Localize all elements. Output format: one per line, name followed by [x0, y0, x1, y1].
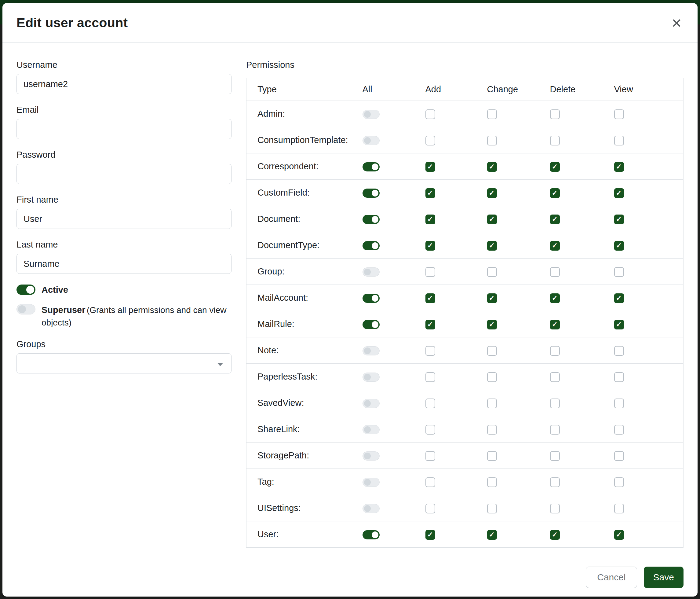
delete-checkbox[interactable]: ✓ [550, 530, 560, 540]
delete-checkbox[interactable] [550, 451, 560, 461]
active-toggle[interactable] [17, 285, 35, 295]
all-toggle[interactable] [362, 110, 380, 119]
add-checkbox[interactable] [425, 504, 435, 513]
change-checkbox[interactable] [487, 136, 497, 145]
add-checkbox[interactable] [425, 136, 435, 145]
view-checkbox[interactable] [614, 136, 624, 145]
view-checkbox[interactable]: ✓ [614, 215, 624, 224]
view-checkbox[interactable]: ✓ [614, 530, 624, 540]
all-toggle[interactable] [362, 189, 380, 198]
all-toggle[interactable] [362, 320, 380, 329]
add-checkbox[interactable]: ✓ [425, 241, 435, 250]
view-checkbox[interactable] [614, 399, 624, 408]
add-checkbox[interactable]: ✓ [425, 162, 435, 172]
delete-checkbox[interactable] [550, 425, 560, 435]
add-checkbox[interactable] [425, 477, 435, 487]
view-checkbox[interactable]: ✓ [614, 162, 624, 172]
all-toggle[interactable] [362, 346, 380, 355]
change-checkbox[interactable]: ✓ [487, 241, 497, 250]
view-checkbox[interactable] [614, 504, 624, 513]
groups-select[interactable] [17, 353, 231, 374]
view-checkbox[interactable] [614, 451, 624, 461]
toggle-knob [372, 295, 378, 302]
save-button[interactable]: Save [644, 567, 683, 588]
all-toggle[interactable] [362, 136, 380, 145]
permission-type: StoragePath: [247, 442, 362, 469]
add-checkbox[interactable] [425, 267, 435, 277]
add-checkbox[interactable]: ✓ [425, 215, 435, 224]
all-toggle[interactable] [362, 162, 380, 171]
add-checkbox[interactable]: ✓ [425, 293, 435, 303]
view-checkbox[interactable] [614, 346, 624, 356]
change-checkbox[interactable] [487, 425, 497, 435]
change-checkbox[interactable] [487, 451, 497, 461]
user-form: Username Email Password First name Last … [17, 60, 231, 558]
all-toggle[interactable] [362, 504, 380, 513]
add-checkbox[interactable] [425, 110, 435, 119]
delete-checkbox[interactable]: ✓ [550, 293, 560, 303]
add-checkbox[interactable] [425, 451, 435, 461]
all-toggle[interactable] [362, 399, 380, 408]
change-checkbox[interactable] [487, 504, 497, 513]
change-checkbox[interactable] [487, 372, 497, 382]
add-checkbox[interactable]: ✓ [425, 320, 435, 330]
add-checkbox[interactable]: ✓ [425, 530, 435, 540]
all-toggle[interactable] [362, 241, 380, 250]
password-input[interactable] [17, 164, 231, 184]
change-checkbox[interactable]: ✓ [487, 293, 497, 303]
delete-checkbox[interactable]: ✓ [550, 188, 560, 198]
change-checkbox[interactable]: ✓ [487, 188, 497, 198]
view-checkbox[interactable]: ✓ [614, 320, 624, 330]
add-checkbox[interactable] [425, 425, 435, 435]
delete-checkbox[interactable] [550, 110, 560, 119]
all-toggle[interactable] [362, 373, 380, 382]
delete-checkbox[interactable] [550, 346, 560, 356]
delete-checkbox[interactable] [550, 372, 560, 382]
view-checkbox[interactable] [614, 267, 624, 277]
view-checkbox[interactable]: ✓ [614, 241, 624, 250]
delete-checkbox[interactable] [550, 504, 560, 513]
change-checkbox[interactable]: ✓ [487, 215, 497, 224]
delete-checkbox[interactable]: ✓ [550, 241, 560, 250]
change-checkbox[interactable] [487, 110, 497, 119]
change-checkbox[interactable] [487, 399, 497, 408]
change-checkbox[interactable] [487, 477, 497, 487]
first-name-input[interactable] [17, 209, 231, 229]
add-checkbox[interactable]: ✓ [425, 188, 435, 198]
change-checkbox[interactable]: ✓ [487, 530, 497, 540]
add-checkbox[interactable] [425, 399, 435, 408]
delete-checkbox[interactable] [550, 477, 560, 487]
cancel-button[interactable]: Cancel [586, 567, 637, 588]
change-checkbox[interactable]: ✓ [487, 162, 497, 172]
all-toggle[interactable] [362, 451, 380, 460]
view-checkbox[interactable]: ✓ [614, 293, 624, 303]
close-button[interactable]: × [670, 17, 683, 29]
all-toggle[interactable] [362, 267, 380, 277]
add-checkbox[interactable] [425, 346, 435, 356]
all-toggle[interactable] [362, 530, 380, 540]
delete-checkbox[interactable]: ✓ [550, 215, 560, 224]
all-toggle[interactable] [362, 215, 380, 224]
view-checkbox[interactable]: ✓ [614, 188, 624, 198]
delete-checkbox[interactable]: ✓ [550, 320, 560, 330]
last-name-input[interactable] [17, 254, 231, 274]
delete-checkbox[interactable]: ✓ [550, 162, 560, 172]
username-input[interactable] [17, 74, 231, 94]
change-checkbox[interactable]: ✓ [487, 320, 497, 330]
view-checkbox[interactable] [614, 477, 624, 487]
view-checkbox[interactable] [614, 425, 624, 435]
delete-checkbox[interactable] [550, 136, 560, 145]
delete-checkbox[interactable] [550, 267, 560, 277]
view-checkbox[interactable] [614, 372, 624, 382]
add-checkbox[interactable] [425, 372, 435, 382]
superuser-toggle[interactable] [17, 304, 35, 314]
email-input[interactable] [17, 119, 231, 139]
all-toggle[interactable] [362, 294, 380, 303]
all-toggle[interactable] [362, 425, 380, 434]
permissions-label: Permissions [246, 60, 683, 70]
delete-checkbox[interactable] [550, 399, 560, 408]
all-toggle[interactable] [362, 478, 380, 487]
change-checkbox[interactable] [487, 346, 497, 356]
change-checkbox[interactable] [487, 267, 497, 277]
view-checkbox[interactable] [614, 110, 624, 119]
